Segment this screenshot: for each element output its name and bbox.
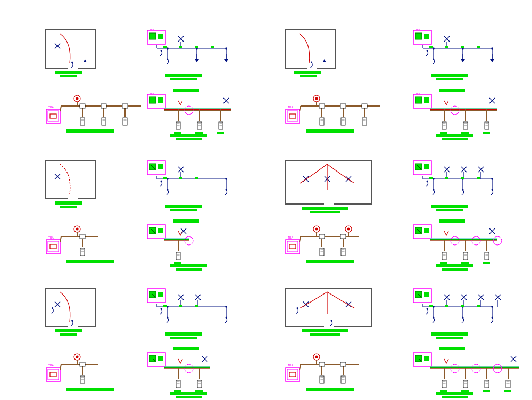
svg-point-33 [433,47,435,50]
svg-line-115 [300,106,301,111]
title-label [165,74,202,77]
svg-rect-64 [48,111,59,121]
svg-text:TBA: TBA [148,352,154,353]
title-label [66,260,114,263]
svg-point-364 [315,356,318,358]
title-label [431,205,468,208]
title-label [300,75,317,77]
svg-point-10 [161,50,162,52]
svg-text:TBA: TBA [414,160,420,161]
svg-rect-196 [80,234,85,239]
svg-rect-339 [50,372,56,377]
svg-point-178 [462,189,464,191]
svg-rect-111 [286,109,300,123]
svg-rect-276 [158,292,163,297]
title-label [174,390,181,392]
svg-rect-97 [319,104,325,108]
title-label [431,74,468,77]
svg-line-204 [60,236,61,242]
single-line-C1-SL: TBA [146,288,237,336]
svg-text:TBA: TBA [414,224,420,225]
svg-rect-201 [48,241,59,252]
svg-rect-393 [442,380,446,388]
title-label [445,46,448,48]
diagram-sheet: TBATBATBATBATBATBATBATBATBATBATBATBATBAT… [0,0,532,400]
svg-rect-263 [485,252,489,260]
title-label [66,388,114,391]
svg-point-226 [347,228,350,231]
svg-text:TBA: TBA [414,288,420,289]
svg-rect-373 [341,376,345,383]
svg-rect-59 [122,104,128,108]
svg-rect-384 [424,356,429,361]
title-label [302,329,348,332]
svg-point-280 [161,308,162,310]
title-label [439,89,466,92]
title-label [174,132,181,134]
svg-rect-107 [362,104,367,108]
svg-rect-235 [341,248,345,256]
title-label [195,132,203,134]
svg-point-180 [491,178,493,180]
svg-point-298 [297,307,298,309]
svg-point-154 [225,178,227,180]
svg-point-181 [492,189,493,191]
title-label [477,305,480,307]
title-label [179,177,182,179]
svg-rect-108 [362,118,367,125]
title-label [442,268,468,271]
svg-point-174 [433,178,435,180]
svg-point-306 [427,308,428,310]
svg-rect-50 [80,118,85,125]
svg-rect-102 [340,104,346,108]
svg-text:TBA: TBA [414,93,420,94]
title-label [170,392,207,395]
title-label [55,201,82,205]
svg-rect-338 [48,369,59,380]
svg-rect-354 [176,380,180,388]
svg-point-46 [76,97,79,100]
svg-rect-337 [46,368,60,381]
title-label [302,207,348,210]
svg-rect-238 [286,240,300,254]
svg-rect-128 [442,122,446,129]
title-label [176,396,202,398]
title-label [442,396,468,398]
svg-rect-397 [463,380,468,388]
title-label [461,177,464,179]
title-label [176,268,202,271]
title-label [211,46,214,48]
title-label [310,211,340,213]
svg-rect-6 [158,34,163,39]
title-label [173,219,200,223]
title-label [174,262,181,264]
title-label [195,46,198,48]
svg-rect-197 [80,248,85,256]
svg-rect-112 [287,111,298,121]
svg-rect-376 [286,368,300,381]
title-label [306,260,354,263]
title-label [440,132,447,134]
single-line-A1-SL: TBA [146,29,237,78]
svg-rect-230 [320,248,324,256]
svg-point-285 [225,306,227,308]
svg-text:TBA: TBA [148,288,154,289]
svg-point-271 [71,320,73,322]
title-label [179,46,182,48]
svg-rect-334 [80,376,85,383]
svg-point-175 [433,189,435,191]
title-label [461,46,464,48]
title-label [170,337,197,339]
title-label [306,388,354,391]
title-label [165,332,202,336]
title-label [170,134,207,137]
title-label [483,262,490,264]
title-label [461,132,469,134]
svg-rect-200 [46,240,60,254]
svg-rect-27 [424,34,429,39]
svg-line-380 [300,364,301,370]
svg-rect-358 [197,380,202,388]
title-label [195,305,198,307]
svg-point-193 [76,228,79,231]
svg-point-223 [315,228,318,231]
